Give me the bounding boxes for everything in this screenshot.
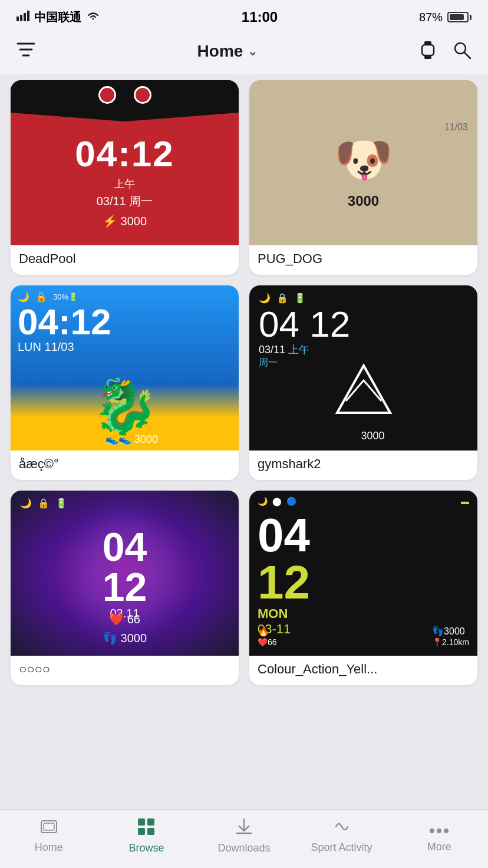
tab-downloads[interactable]: Downloads <box>195 818 293 854</box>
card-label-sport: Colour_Action_Yell... <box>249 656 477 685</box>
svg-rect-5 <box>424 41 431 45</box>
page-title[interactable]: Home ⌄ <box>197 42 258 61</box>
wifi-icon <box>86 9 100 25</box>
watch-face-pugdog: 11/03 🐶 3000 <box>249 80 477 245</box>
svg-rect-1 <box>20 15 22 21</box>
watch-card-gymshark2[interactable]: 🌙🔒🔋 04 12 03/11 上午 周一 3000 gymshark2 <box>249 285 477 480</box>
watch-face-deadpool: 04:12 上午 03/11 周一 ⚡ 3000 <box>11 80 239 245</box>
status-time: 11:00 <box>242 9 278 25</box>
battery-icon <box>447 12 471 22</box>
watch-grid: 04:12 上午 03/11 周一 ⚡ 3000 DeadPool 11/03 … <box>0 74 488 691</box>
svg-marker-9 <box>337 366 390 413</box>
search-icon[interactable] <box>453 41 471 62</box>
tab-sport-activity-label: Sport Activity <box>311 841 372 854</box>
watch-card-pugdog[interactable]: 11/03 🐶 3000 PUG_DOG <box>249 80 477 275</box>
watch-face-goku: 🌙🔒30%🔋 04:12 LUN 11/03 🐉 👟👟 3000 <box>11 285 239 451</box>
watch-card-purple[interactable]: 🌙🔒🔋 0412 03.11 ❤️ 66 👣 3000 ○○○○ <box>11 491 239 685</box>
card-label-goku: åæç©° <box>11 451 239 480</box>
watch-face-sport: 🌙⬤🔵 ▬ 04 12 MON 03-11 🔥❤️66 👣3000📍2.10km <box>249 491 477 656</box>
svg-rect-6 <box>424 55 431 59</box>
svg-rect-13 <box>147 818 154 826</box>
watch-card-sport[interactable]: 🌙⬤🔵 ▬ 04 12 MON 03-11 🔥❤️66 👣3000📍2.10km… <box>249 491 477 685</box>
svg-rect-2 <box>24 13 26 21</box>
svg-rect-0 <box>17 17 19 21</box>
svg-rect-14 <box>138 828 145 835</box>
watch-card-goku[interactable]: 🌙🔒30%🔋 04:12 LUN 11/03 🐉 👟👟 3000 åæç©° <box>11 285 239 480</box>
signal-icon <box>17 9 29 25</box>
more-tab-icon <box>428 818 450 839</box>
nav-right-icons <box>420 40 471 63</box>
browse-tab-icon <box>137 818 155 840</box>
status-bar: 中国联通 11:00 87% <box>0 0 488 32</box>
home-tab-icon <box>40 818 58 839</box>
sport-activity-tab-icon <box>333 818 351 839</box>
svg-rect-11 <box>44 823 54 830</box>
tab-home-label: Home <box>35 841 63 854</box>
watch-icon[interactable] <box>420 40 436 63</box>
svg-rect-4 <box>422 45 434 55</box>
card-label-gymshark2: gymshark2 <box>249 451 477 480</box>
watch-face-purple: 🌙🔒🔋 0412 03.11 ❤️ 66 👣 3000 <box>11 491 239 656</box>
tab-more[interactable]: More <box>390 818 488 853</box>
battery-percentage: 87% <box>419 11 443 24</box>
svg-point-17 <box>437 828 441 833</box>
filter-icon[interactable] <box>17 41 35 63</box>
watch-card-deadpool[interactable]: 04:12 上午 03/11 周一 ⚡ 3000 DeadPool <box>11 80 239 275</box>
status-battery: 87% <box>419 11 471 24</box>
tab-home[interactable]: Home <box>0 818 98 854</box>
chevron-down-icon: ⌄ <box>248 44 258 58</box>
card-label-purple: ○○○○ <box>11 656 239 685</box>
tab-browse-label: Browse <box>128 842 164 854</box>
card-label-deadpool: DeadPool <box>11 245 239 275</box>
svg-line-8 <box>464 52 470 58</box>
nav-bar: Home ⌄ <box>0 32 488 74</box>
svg-rect-3 <box>27 11 29 21</box>
svg-rect-12 <box>138 818 145 826</box>
svg-point-18 <box>444 828 449 833</box>
svg-point-16 <box>430 828 434 833</box>
status-carrier: 中国联通 <box>17 9 100 25</box>
tab-bar: Home Browse Downloads Spor <box>0 809 488 868</box>
tab-sport-activity[interactable]: Sport Activity <box>293 818 391 854</box>
carrier-name: 中国联通 <box>34 9 81 25</box>
card-label-pugdog: PUG_DOG <box>249 245 477 275</box>
tab-browse[interactable]: Browse <box>98 818 196 854</box>
downloads-tab-icon <box>236 818 252 840</box>
tab-more-label: More <box>427 841 451 853</box>
tab-downloads-label: Downloads <box>217 842 270 854</box>
svg-rect-15 <box>147 828 154 835</box>
watch-face-gymshark2: 🌙🔒🔋 04 12 03/11 上午 周一 3000 <box>249 285 477 451</box>
